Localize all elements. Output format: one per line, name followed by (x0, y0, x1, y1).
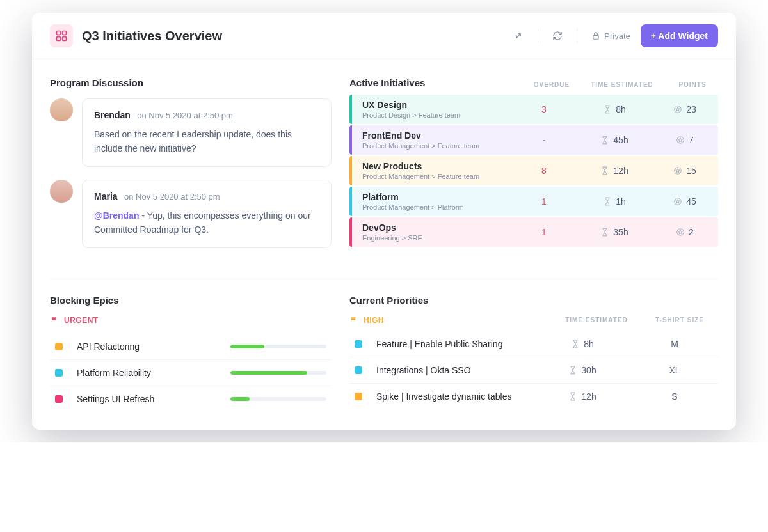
initiative-row[interactable]: FrontEnd DevProduct Management > Feature… (349, 125, 718, 155)
avatar[interactable] (50, 180, 73, 203)
progress-bar (230, 397, 326, 401)
points-value: 7 (659, 135, 710, 145)
priorities-head: HIGH TIME ESTIMATED T-SHIRT SIZE (349, 316, 718, 325)
privacy-label: Private (604, 31, 630, 41)
expand-icon[interactable] (508, 26, 529, 46)
initiatives-list: UX DesignProduct Design > Feature team38… (349, 95, 718, 247)
initiative-path: Product Design > Feature team (362, 111, 518, 119)
top-widgets: Program Discussion Brendan on Nov 5 2020… (32, 59, 736, 279)
col-points: POINTS (667, 81, 718, 88)
overdue-value: 8 (518, 166, 570, 176)
priorities-list: Feature | Enable Public Sharing8hMIntegr… (349, 331, 718, 409)
col-time: TIME ESTIMATED (552, 317, 641, 324)
star-icon (673, 197, 682, 206)
initiative-path: Product Management > Feature team (362, 173, 518, 180)
hourglass-icon (600, 228, 609, 237)
priority-size: M (636, 339, 713, 349)
initiative-path: Product Management > Feature team (362, 142, 518, 150)
flag-label: URGENT (64, 316, 99, 325)
initiative-row[interactable]: PlatformProduct Management > Platform11h… (349, 187, 718, 216)
comment-bubble[interactable]: Maria on Nov 5 2020 at 2:50 pm @Brendan … (82, 180, 332, 248)
flag-icon (50, 316, 59, 325)
epic-name: Platform Reliability (77, 368, 221, 378)
epic-row[interactable]: API Refactoring (50, 334, 332, 360)
hourglass-icon (600, 166, 609, 175)
initiative-path: Product Management > Platform (362, 203, 518, 211)
privacy-toggle[interactable]: Private (586, 31, 635, 41)
epic-row[interactable]: Platform Reliability (50, 360, 332, 386)
discussion-title: Program Discussion (50, 77, 332, 88)
initiative-info: PlatformProduct Management > Platform (362, 192, 518, 211)
svg-rect-4 (593, 35, 598, 39)
initiative-name: DevOps (362, 223, 518, 233)
bottom-widgets: Blocking Epics URGENT API RefactoringPla… (32, 279, 736, 430)
initiative-name: Platform (362, 192, 518, 202)
col-time: TIME ESTIMATED (577, 81, 667, 88)
priority-size: S (636, 391, 713, 402)
widget-blocking: Blocking Epics URGENT API RefactoringPla… (50, 279, 332, 412)
epic-name: API Refactoring (77, 341, 221, 352)
page-title: Q3 Initiatives Overview (82, 29, 222, 43)
divider (538, 29, 538, 43)
svg-rect-0 (57, 31, 61, 35)
comment-head: Maria on Nov 5 2020 at 2:50 pm (94, 191, 319, 202)
header-actions: Private + Add Widget (508, 24, 718, 47)
time-value: 12h (570, 166, 659, 176)
overdue-value: 3 (518, 104, 570, 114)
priority-row[interactable]: Spike | Investigate dynamic tables12hS (349, 384, 718, 409)
overdue-value: 1 (518, 196, 570, 207)
overdue-value: 1 (518, 227, 570, 237)
priorities-title: Current Priorities (349, 295, 718, 306)
priority-size: XL (636, 365, 713, 375)
svg-rect-2 (57, 37, 61, 41)
comment-body: Based on the recent Leadership update, d… (94, 127, 319, 156)
priority-color-dot (355, 366, 362, 374)
comment-body: @Brendan - Yup, this encompasses everyth… (94, 208, 319, 237)
widget-initiatives: Active Initiatives OVERDUE TIME ESTIMATE… (349, 77, 718, 261)
comment-bubble[interactable]: Brendan on Nov 5 2020 at 2:50 pm Based o… (82, 98, 332, 167)
lock-icon (591, 31, 600, 40)
priority-time: 8h (538, 339, 627, 349)
comment-author: Brendan (94, 110, 131, 120)
comment: Brendan on Nov 5 2020 at 2:50 pm Based o… (50, 98, 332, 167)
flag-icon (349, 316, 358, 325)
hourglass-icon (568, 366, 577, 375)
comment-time: on Nov 5 2020 at 2:50 pm (137, 111, 233, 120)
add-widget-button[interactable]: + Add Widget (641, 24, 718, 47)
hourglass-icon (568, 392, 577, 401)
widget-discussion: Program Discussion Brendan on Nov 5 2020… (50, 77, 332, 261)
hourglass-icon (600, 136, 609, 145)
initiative-name: FrontEnd Dev (362, 130, 518, 141)
divider (577, 29, 577, 43)
dashboard-card: Q3 Initiatives Overview Private + Add Wi… (32, 13, 736, 430)
initiative-path: Engineering > SRE (362, 234, 518, 242)
avatar[interactable] (50, 98, 73, 121)
refresh-icon[interactable] (547, 26, 568, 46)
comment: Maria on Nov 5 2020 at 2:50 pm @Brendan … (50, 180, 332, 248)
mention[interactable]: @Brendan (94, 210, 139, 221)
initiatives-columns: OVERDUE TIME ESTIMATED POINTS (526, 81, 718, 88)
comment-author: Maria (94, 191, 118, 201)
time-value: 1h (570, 196, 659, 207)
epic-color-dot (55, 369, 63, 377)
points-value: 15 (659, 166, 710, 176)
flag-label: HIGH (364, 316, 384, 325)
priority-name: Spike | Investigate dynamic tables (376, 391, 529, 402)
progress-bar (230, 371, 326, 375)
star-icon (676, 228, 685, 237)
priority-row[interactable]: Feature | Enable Public Sharing8hM (349, 331, 718, 357)
svg-rect-1 (63, 31, 67, 35)
initiative-row[interactable]: DevOpsEngineering > SRE135h2 (349, 217, 718, 247)
points-value: 45 (659, 196, 710, 207)
initiative-info: FrontEnd DevProduct Management > Feature… (362, 130, 518, 150)
star-icon (673, 105, 682, 114)
initiatives-head: Active Initiatives OVERDUE TIME ESTIMATE… (349, 77, 718, 88)
dashboard-icon (50, 24, 73, 47)
initiative-row[interactable]: New ProductsProduct Management > Feature… (349, 156, 718, 185)
priority-color-dot (355, 393, 362, 400)
points-value: 23 (659, 104, 710, 114)
hourglass-icon (603, 197, 612, 206)
initiative-row[interactable]: UX DesignProduct Design > Feature team38… (349, 95, 718, 124)
priority-row[interactable]: Integrations | Okta SSO30hXL (349, 357, 718, 384)
epic-row[interactable]: Settings UI Refresh (50, 386, 332, 412)
